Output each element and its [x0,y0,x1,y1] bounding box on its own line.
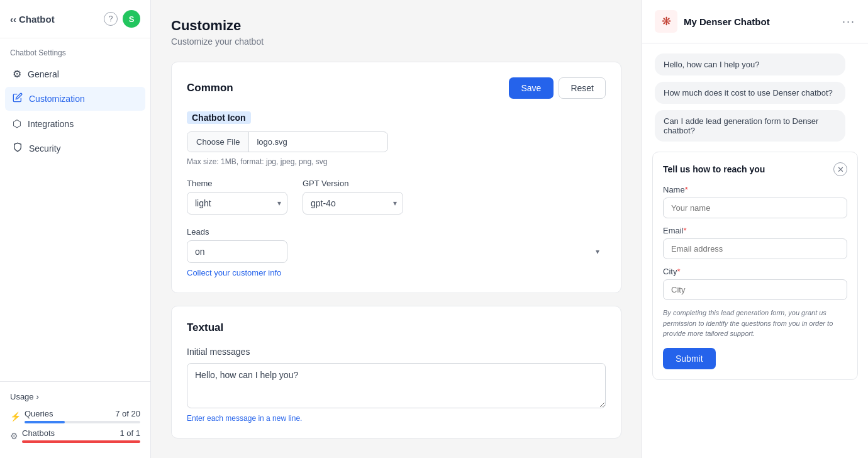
theme-label: Theme [187,179,287,188]
city-field-label: City* [663,267,847,276]
chatbots-progress-bar [22,440,140,443]
app-title: Chatbot [19,14,55,25]
integrations-icon: ⬡ [13,118,21,130]
sidebar-item-label: General [28,69,59,79]
sidebar-section-label: Chatbot Settings [0,38,150,62]
preview-title: My Denser Chatbot [684,16,836,27]
file-hint: Max size: 1MB, format: jpg, jpeg, png, s… [187,157,606,166]
file-name: logo.svg [249,132,294,152]
sidebar-nav: ⚙ General Customization ⬡ Integrations S… [0,62,150,160]
leads-chevron-down-icon: ▾ [596,247,599,256]
gpt-label: GPT Version [303,179,403,188]
common-card-title: Common [187,82,233,94]
back-arrow-icon: ‹‹ [10,14,16,25]
gear-icon: ⚙ [13,68,21,80]
textual-card: Textual Initial messages Hello, how can … [171,306,621,438]
preview-bubble-1: Hello, how can I help you? [655,53,845,75]
gpt-select[interactable]: gpt-4o gpt-3.5-turbo gpt-4 [303,192,403,215]
textual-card-title: Textual [187,321,223,334]
preview-panel: ❋ My Denser Chatbot ··· Hello, how can I… [642,0,868,458]
usage-link[interactable]: Usage › [10,392,140,401]
gpt-group: GPT Version gpt-4o gpt-3.5-turbo gpt-4 ▾ [303,179,403,215]
theme-gpt-row: Theme light dark ▾ GPT Version gpt-4o gp… [187,179,606,215]
chatbot-logo: ❋ [655,10,677,33]
queries-progress-bar-wrap [25,421,140,423]
svg-text:❋: ❋ [662,15,671,28]
save-button[interactable]: Save [509,77,554,99]
page-subtitle: Customize your chatbot [171,36,621,47]
preview-header: ❋ My Denser Chatbot ··· [642,0,868,43]
back-button[interactable]: ‹‹ Chatbot [10,14,55,25]
leads-label: Leads [187,227,606,237]
email-field-label: Email* [663,226,847,235]
queries-count: 7 of 20 [115,409,140,418]
initial-messages-input[interactable]: Hello, how can I help you? [187,363,606,408]
sidebar-item-label: Security [29,143,61,154]
common-card: Common Save Reset Chatbot Icon Choose Fi… [171,62,621,293]
usage-arrow-icon: › [36,392,39,401]
help-icon[interactable]: ? [104,12,118,26]
chatbots-icon: ⚙ [10,431,18,441]
sidebar-item-label: Customization [29,94,85,104]
leads-select-wrap: on off ▾ [187,240,606,263]
common-card-header: Common Save Reset [187,77,606,99]
chatbots-count: 1 of 1 [120,428,140,438]
sidebar: ‹‹ Chatbot ? S Chatbot Settings ⚙ Genera… [0,0,151,458]
usage-label-text: Usage [10,392,34,401]
avatar[interactable]: S [123,10,140,28]
leads-select[interactable]: on off [187,240,287,263]
city-required: * [677,267,680,276]
name-input[interactable] [663,198,847,218]
sidebar-footer: Usage › ⚡ Queries 7 of 20 ⚙ Chatbots 1 o… [0,381,150,458]
leads-disclaimer: By completing this lead generation form,… [663,308,847,339]
more-options-icon[interactable]: ··· [842,15,855,28]
chatbots-label: Chatbots [22,428,114,438]
theme-group: Theme light dark ▾ [187,179,287,215]
sidebar-item-customization[interactable]: Customization [5,87,145,111]
theme-select-wrap: light dark ▾ [187,192,287,215]
preview-bubble-3: Can I adde lead generation form to Dense… [655,110,845,142]
queries-progress-bar [25,421,65,423]
leads-section: Leads on off ▾ Collect your customer inf… [187,227,606,277]
queries-icon: ⚡ [10,411,21,422]
queries-usage-row: ⚡ Queries 7 of 20 [10,409,140,423]
sidebar-item-integrations[interactable]: ⬡ Integrations [5,112,145,135]
choose-file-button[interactable]: Choose File [187,132,249,152]
textual-card-header: Textual [187,321,606,334]
chatbots-progress-bar-wrap [22,440,140,443]
sidebar-item-general[interactable]: ⚙ General [5,62,145,86]
leads-link[interactable]: Collect your customer info [187,268,281,277]
name-required: * [685,185,688,194]
chatbots-usage-row: ⚙ Chatbots 1 of 1 [10,428,140,443]
sidebar-item-label: Integrations [28,119,74,129]
action-buttons: Save Reset [509,77,606,99]
reset-button[interactable]: Reset [559,77,606,99]
submit-button[interactable]: Submit [663,348,716,369]
preview-bubble-2: How much does it cost to use Denser chat… [655,82,845,104]
email-required: * [684,226,687,235]
leads-form-title: Tell us how to reach you [663,164,765,174]
initial-msg-label: Initial messages [187,347,606,357]
preview-messages: Hello, how can I help you? How much does… [642,43,868,152]
sidebar-item-security[interactable]: Security [5,137,145,160]
file-input-row: Choose File logo.svg [187,131,388,152]
queries-label: Queries [25,409,110,418]
leads-group: Leads on off ▾ [187,227,606,263]
page-title: Customize [171,18,621,34]
theme-select[interactable]: light dark [187,192,287,215]
leads-form-header: Tell us how to reach you ✕ [663,162,847,176]
sidebar-header: ‹‹ Chatbot ? S [0,0,150,38]
main-content: Customize Customize your chatbot Common … [151,0,642,458]
name-field-label: Name* [663,185,847,194]
chatbot-icon-label: Chatbot Icon [187,111,251,124]
msg-hint: Enter each message in a new line. [187,414,606,423]
gpt-select-wrap: gpt-4o gpt-3.5-turbo gpt-4 ▾ [303,192,403,215]
city-input[interactable] [663,279,847,300]
close-icon[interactable]: ✕ [833,162,847,176]
email-input[interactable] [663,238,847,259]
shield-icon [13,142,23,155]
edit-icon [13,92,23,105]
leads-form-card: Tell us how to reach you ✕ Name* Email* … [652,152,858,380]
